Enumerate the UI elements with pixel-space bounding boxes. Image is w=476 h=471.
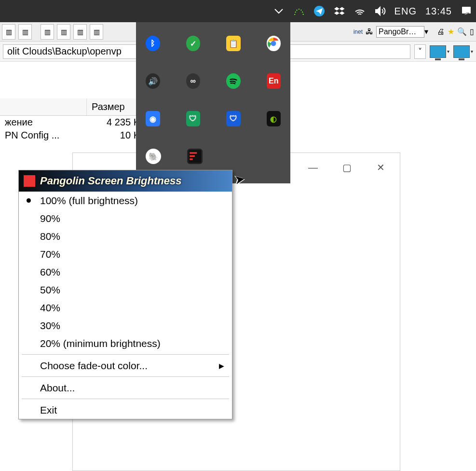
monitor-selector-1[interactable]: ▾ (430, 45, 449, 58)
font-name-field[interactable]: ▾ (376, 26, 434, 38)
evernote-icon[interactable]: 🐘 (146, 149, 161, 164)
context-menu-title: Pangolin Screen Brightness (19, 170, 232, 192)
file-row[interactable]: PN Config ... 10 K (0, 129, 145, 142)
telegram-icon[interactable] (313, 5, 325, 17)
file-row[interactable]: жение 4 235 K (0, 116, 145, 129)
pane-icon[interactable]: ▥ (2, 24, 15, 40)
dropdown-caret-icon: ▾ (447, 49, 449, 54)
nvidia-icon[interactable]: ◐ (267, 111, 281, 126)
svg-rect-7 (190, 155, 195, 157)
kaspersky-icon[interactable]: 🛡 (186, 111, 201, 126)
pane-icon[interactable]: ▥ (73, 24, 87, 40)
wifi-icon[interactable] (354, 5, 366, 17)
onedrive-icon[interactable] (186, 36, 201, 51)
address-history-dropdown[interactable]: ˅ (414, 44, 426, 59)
file-size-cell: 4 235 K (107, 117, 140, 128)
file-name-cell: жение (5, 117, 33, 128)
brightness-80[interactable]: 80% (19, 227, 232, 245)
monitor-selector-2[interactable]: ▾ (453, 45, 473, 58)
language-indicator[interactable]: ENG (394, 6, 417, 17)
column-name[interactable] (0, 98, 87, 115)
choose-fade-color[interactable]: Choose fade-out color... ▶ (19, 357, 232, 374)
minimize-button[interactable]: — (308, 163, 318, 172)
pane-icon[interactable]: ▥ (57, 24, 70, 40)
monitor-icon (430, 45, 446, 58)
brightness-30[interactable]: 30% (19, 317, 232, 334)
font-name-input[interactable] (376, 26, 424, 38)
pane-icon[interactable]: ▥ (18, 24, 32, 40)
spotify-icon[interactable] (226, 73, 241, 89)
brightness-20[interactable]: 20% (minimum brightness) (19, 334, 232, 352)
menu-separator (22, 354, 229, 355)
submenu-arrow-icon: ▶ (219, 362, 224, 370)
defender-icon[interactable]: ◉ (146, 111, 160, 126)
encoder-icon[interactable]: En (267, 73, 281, 89)
file-name-cell: PN Config ... (5, 130, 59, 141)
tray-overflow-popup: ᛒ 📋 🔊 ∞ En ◉ 🛡 🛡 ◐ 🐘 (136, 22, 290, 183)
selected-bullet-icon (27, 198, 31, 203)
pangolin-logo-icon (24, 175, 35, 187)
chrome-icon[interactable] (267, 36, 281, 51)
svg-point-3 (271, 41, 276, 46)
brightness-40[interactable]: 40% (19, 299, 232, 317)
favorite-icon[interactable]: ★ (448, 27, 454, 36)
pangolin-context-menu: Pangolin Screen Brightness 100% (full br… (18, 170, 232, 419)
brightness-60[interactable]: 60% (19, 263, 232, 281)
file-list-header: Размер (0, 98, 145, 116)
clipboard-icon[interactable]: 📋 (226, 36, 241, 51)
toolbar-separator (35, 24, 38, 40)
column-icon[interactable]: ▯ (470, 27, 474, 36)
notification-center-icon[interactable] (461, 5, 472, 17)
clock[interactable]: 13:45 (425, 6, 452, 17)
dropbox-icon[interactable] (334, 5, 345, 17)
sound-icon[interactable]: 🔊 (146, 73, 160, 89)
pane-icon[interactable]: ▥ (90, 24, 103, 40)
glasswire-icon[interactable] (293, 5, 305, 17)
pangolin-tray-icon[interactable] (187, 149, 203, 164)
dropdown-caret-icon: ▾ (471, 49, 473, 54)
menu-separator (22, 399, 229, 399)
exit-item[interactable]: Exit (19, 401, 232, 419)
svg-rect-8 (190, 158, 193, 160)
zoom-icon[interactable]: 🔍 (457, 27, 467, 36)
volume-icon[interactable] (374, 5, 386, 17)
chevron-down-icon[interactable] (273, 5, 285, 17)
close-button[interactable]: ✕ (376, 163, 385, 172)
brightness-70[interactable]: 70% (19, 245, 232, 263)
printer-icon[interactable]: 🖨 (437, 28, 445, 36)
brightness-90[interactable]: 90% (19, 209, 232, 227)
pane-icon[interactable]: ▥ (41, 24, 54, 40)
network-icon[interactable]: 🖧 (366, 28, 373, 36)
svg-rect-1 (462, 7, 471, 14)
about-item[interactable]: About... (19, 379, 232, 397)
inet-label: inet (354, 28, 363, 35)
brightness-100[interactable]: 100% (full brightness) (19, 192, 232, 209)
bluetooth-icon[interactable]: ᛒ (146, 36, 160, 51)
bitwarden-icon[interactable]: 🛡 (226, 111, 241, 126)
monitor-icon (453, 45, 470, 58)
menu-separator (22, 376, 229, 377)
svg-rect-6 (190, 152, 197, 153)
dropdown-caret-icon[interactable]: ▾ (424, 27, 428, 36)
maximize-button[interactable]: ▢ (342, 163, 352, 172)
brightness-50[interactable]: 50% (19, 281, 232, 299)
creative-cloud-icon[interactable]: ∞ (186, 73, 201, 89)
system-taskbar: ENG 13:45 (0, 0, 476, 22)
